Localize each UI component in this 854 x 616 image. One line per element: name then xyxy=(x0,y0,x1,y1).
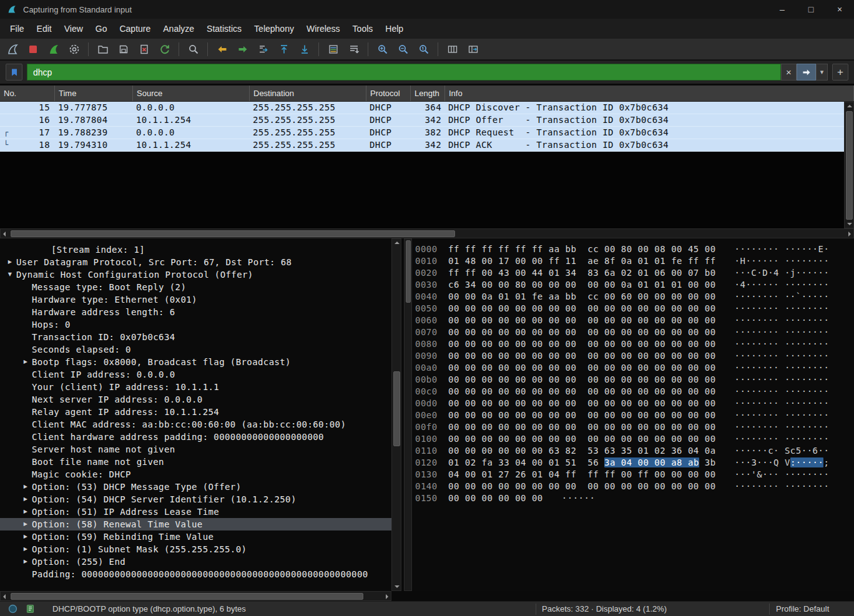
packet-list-hscroll-thumb[interactable] xyxy=(11,230,455,237)
hex-vscroll-thumb[interactable] xyxy=(406,240,411,303)
zoom-normal-button[interactable] xyxy=(414,41,433,58)
hex-row[interactable]: 0140 00 00 00 00 00 00 00 00 00 00 00 00… xyxy=(414,481,854,492)
tree-row[interactable]: Relay agent IP address: 10.1.1.254 xyxy=(0,406,391,418)
detail-hscrollbar[interactable] xyxy=(0,591,391,601)
hex-bytes[interactable]: 00 00 00 00 00 00 xyxy=(448,492,543,504)
hex-ascii[interactable]: ········ ········ xyxy=(735,481,830,492)
hex-row[interactable]: 0030 c6 34 00 00 80 00 00 00 00 00 0a 01… xyxy=(414,279,854,291)
scroll-up-arrow[interactable] xyxy=(395,242,400,244)
go-to-first-packet-button[interactable] xyxy=(274,41,293,58)
tree-row[interactable]: ▶ Option: (59) Rebinding Time Value xyxy=(0,530,391,543)
hex-ascii[interactable]: ········ ······E· xyxy=(735,243,830,255)
go-back-button[interactable] xyxy=(212,41,232,58)
tree-row[interactable]: ▶ Option: (51) IP Address Lease Time xyxy=(0,506,391,518)
zoom-out-button[interactable] xyxy=(393,41,413,58)
hex-ascii[interactable]: ···C·D·4 ·j······ xyxy=(735,267,830,279)
hex-bytes[interactable]: 00 00 0a 01 01 fe aa bb cc 00 60 00 00 0… xyxy=(448,291,716,303)
scroll-right-arrow[interactable] xyxy=(848,232,851,237)
hex-row[interactable]: 00b0 00 00 00 00 00 00 00 00 00 00 00 00… xyxy=(414,374,854,386)
expander-icon[interactable]: ▶ xyxy=(19,493,32,506)
hex-ascii[interactable]: ······c· Sc5··6·· xyxy=(735,445,830,457)
detail-hscroll-thumb[interactable] xyxy=(11,593,363,600)
column-header-time[interactable]: Time xyxy=(55,86,133,101)
hex-ascii[interactable]: ···3···Q V:·····; xyxy=(735,457,830,469)
tree-row[interactable]: ▶ Option: (53) DHCP Message Type (Offer) xyxy=(0,481,391,493)
tree-row[interactable]: Message type: Boot Reply (2) xyxy=(0,281,391,293)
hex-bytes[interactable]: 00 00 00 00 00 00 00 00 00 00 00 00 00 0… xyxy=(448,421,716,433)
hex-bytes[interactable]: 00 00 00 00 00 00 00 00 00 00 00 00 00 0… xyxy=(448,433,716,445)
menu-item[interactable]: View xyxy=(58,21,89,37)
menu-item[interactable]: Help xyxy=(379,21,410,37)
hex-bytes[interactable]: 00 00 00 00 00 00 00 00 00 00 00 00 00 0… xyxy=(448,338,716,350)
expander-icon[interactable]: ▶ xyxy=(4,256,16,268)
go-to-last-packet-button[interactable] xyxy=(295,41,314,58)
column-header-destination[interactable]: Destination xyxy=(250,86,366,101)
hex-row[interactable]: 0110 00 00 00 00 00 00 63 82 53 63 35 01… xyxy=(414,445,854,457)
expander-icon[interactable]: ▶ xyxy=(19,555,32,568)
hex-ascii[interactable]: ·H······ ········ xyxy=(735,255,830,267)
hex-bytes[interactable]: ff ff ff ff ff ff aa bb cc 00 80 00 08 0… xyxy=(448,243,716,255)
hex-ascii[interactable]: ········ ········ xyxy=(735,338,830,350)
tree-row[interactable]: ▶ Option: (54) DHCP Server Identifier (1… xyxy=(0,493,391,506)
hex-bytes[interactable]: ff ff 00 43 00 44 01 34 83 6a 02 01 06 0… xyxy=(448,267,716,279)
open-file-button[interactable] xyxy=(93,41,112,58)
resize-columns-contents-button[interactable] xyxy=(463,41,483,58)
reload-file-button[interactable] xyxy=(155,41,174,58)
hex-bytes[interactable]: 00 00 00 00 00 00 00 00 00 00 00 00 00 0… xyxy=(448,326,716,338)
hex-ascii[interactable]: ········ ········ xyxy=(735,421,830,433)
expander-icon[interactable]: ▶ xyxy=(19,530,32,543)
hex-row[interactable]: 00c0 00 00 00 00 00 00 00 00 00 00 00 00… xyxy=(414,386,854,398)
menu-item[interactable]: File xyxy=(4,21,31,37)
hex-row[interactable]: 0050 00 00 00 00 00 00 00 00 00 00 00 00… xyxy=(414,303,854,315)
hex-row[interactable]: 0090 00 00 00 00 00 00 00 00 00 00 00 00… xyxy=(414,350,854,362)
minimize-button[interactable]: – xyxy=(768,0,797,19)
scroll-down-arrow[interactable] xyxy=(395,585,400,588)
hex-ascii[interactable]: ········ ··`····· xyxy=(735,291,830,303)
hex-bytes[interactable]: 00 00 00 00 00 00 00 00 00 00 00 00 00 0… xyxy=(448,386,716,398)
packet-row[interactable]: ┌17 19.788239 0.0.0.0 255.255.255.255 DH… xyxy=(0,127,854,139)
zoom-in-button[interactable] xyxy=(373,41,392,58)
hex-ascii[interactable]: ········ ········ xyxy=(735,303,830,315)
hex-row[interactable]: 0080 00 00 00 00 00 00 00 00 00 00 00 00… xyxy=(414,338,854,350)
hex-row[interactable]: 0060 00 00 00 00 00 00 00 00 00 00 00 00… xyxy=(414,315,854,326)
stop-capture-button[interactable] xyxy=(23,41,42,58)
hex-row[interactable]: 00e0 00 00 00 00 00 00 00 00 00 00 00 00… xyxy=(414,409,854,421)
column-header-no[interactable]: No. xyxy=(0,86,55,101)
hex-row[interactable]: 0130 04 00 01 27 26 01 04 ff ff ff 00 ff… xyxy=(414,469,854,481)
scroll-up-arrow[interactable] xyxy=(847,105,852,107)
hex-ascii[interactable]: ········ ········ xyxy=(735,350,830,362)
auto-scroll-button[interactable] xyxy=(344,41,363,58)
tree-row[interactable]: Client MAC address: aa:bb:cc:00:60:00 (a… xyxy=(0,418,391,431)
filter-clear-button[interactable]: × xyxy=(781,64,797,81)
profile-status[interactable]: Profile: Default xyxy=(776,604,829,614)
expander-icon[interactable]: ▶ xyxy=(19,518,32,530)
menu-item[interactable]: Statistics xyxy=(200,21,248,37)
scroll-down-arrow[interactable] xyxy=(847,223,852,225)
detail-vscroll-thumb[interactable] xyxy=(393,371,400,446)
hex-bytes[interactable]: 00 00 00 00 00 00 00 00 00 00 00 00 00 0… xyxy=(448,398,716,409)
hex-bytes[interactable]: 04 00 01 27 26 01 04 ff ff ff 00 ff 00 0… xyxy=(448,469,716,481)
menu-item[interactable]: Edit xyxy=(31,21,58,37)
hex-ascii[interactable]: ········ ········ xyxy=(735,433,830,445)
scroll-right-arrow[interactable] xyxy=(386,594,388,599)
hex-bytes[interactable]: 00 00 00 00 00 00 00 00 00 00 00 00 00 0… xyxy=(448,409,716,421)
expander-icon[interactable]: ▶ xyxy=(19,506,32,518)
tree-row[interactable]: ▶ Option: (1) Subnet Mask (255.255.255.0… xyxy=(0,543,391,555)
hex-bytes[interactable]: 00 00 00 00 00 00 00 00 00 00 00 00 00 0… xyxy=(448,481,716,492)
hex-row[interactable]: 0020 ff ff 00 43 00 44 01 34 83 6a 02 01… xyxy=(414,267,854,279)
hex-row[interactable]: 0000 ff ff ff ff ff ff aa bb cc 00 80 00… xyxy=(414,243,854,255)
display-filter-input[interactable] xyxy=(27,64,781,81)
packet-list-vscroll-thumb[interactable] xyxy=(846,111,853,220)
tree-row[interactable]: Boot file name not given xyxy=(0,456,391,468)
resize-columns-button[interactable] xyxy=(443,41,462,58)
expander-icon[interactable]: ▶ xyxy=(19,543,32,555)
tree-row[interactable]: Padding: 0000000000000000000000000000000… xyxy=(0,568,391,580)
hex-row[interactable]: 00a0 00 00 00 00 00 00 00 00 00 00 00 00… xyxy=(414,362,854,374)
tree-row[interactable]: Hops: 0 xyxy=(0,318,391,331)
capture-file-properties-icon[interactable] xyxy=(25,604,36,614)
scroll-left-arrow[interactable] xyxy=(3,594,6,599)
hex-ascii[interactable]: ········ ········ xyxy=(735,362,830,374)
menu-item[interactable]: Telephony xyxy=(248,21,300,37)
hex-row[interactable]: 0150 00 00 00 00 00 00 ······ xyxy=(414,492,854,504)
close-file-button[interactable] xyxy=(134,41,154,58)
